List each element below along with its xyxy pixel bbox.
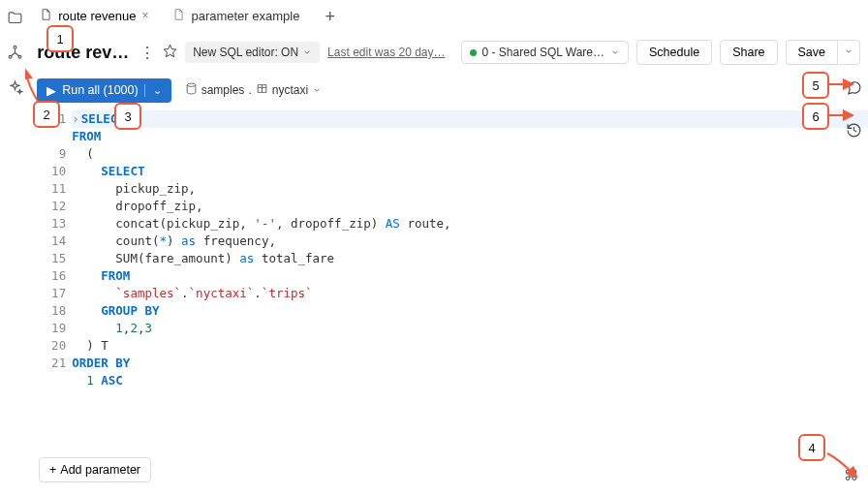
run-all-button[interactable]: ▶ Run all (1000) ⌄ [37,78,171,103]
add-parameter-button[interactable]: + Add parameter [39,457,151,482]
chevron-down-icon[interactable]: ⌄ [144,84,162,97]
catalog-context-selector[interactable]: samples . nyctaxi [185,82,322,98]
database-icon [185,82,198,98]
fold-icon[interactable]: › [72,111,79,126]
keyboard-shortcuts-icon[interactable]: ⌘ [844,467,858,484]
status-dot-green-icon [470,49,477,56]
schedule-button[interactable]: Schedule [636,40,712,65]
folder-icon[interactable] [7,10,23,29]
share-button[interactable]: Share [720,40,777,65]
sql-file-icon [171,8,185,24]
tabs-row: route revenue × parameter example + [29,0,868,33]
sql-editor[interactable]: 1 9 10 11 12 13 14 15 16 17 18 19 20 21 [29,108,868,496]
table-icon [256,82,268,98]
schema-outline-icon[interactable] [7,45,23,64]
play-icon: ▶ [46,83,56,98]
tab-parameter-example[interactable]: parameter example [162,4,309,30]
toolbar-row: ▶ Run all (1000) ⌄ samples . nyctaxi [29,72,868,108]
bottom-left: + Add parameter [39,457,151,482]
right-rail [846,79,862,141]
warehouse-selector[interactable]: 0 - Shared SQL Ware… [461,41,630,64]
main-area: route revenue × parameter example + rout… [29,0,868,496]
tab-label: route revenue [58,9,136,23]
history-icon[interactable] [846,122,862,141]
sql-file-icon [39,8,52,24]
page-title: route reve… [37,43,132,63]
editor-wrap: 1 9 10 11 12 13 14 15 16 17 18 19 20 21 [29,108,868,496]
svg-point-0 [14,46,16,48]
last-edit-link[interactable]: Last edit was 20 day… [327,46,445,59]
add-tab-button[interactable]: + [313,7,347,27]
save-button[interactable]: Save [786,40,838,65]
plus-icon: + [49,463,56,477]
code-body[interactable]: ›SELECT FROM ( SELECT pickup_zip, dropof… [72,110,868,496]
sparkle-icon[interactable] [7,79,23,99]
kebab-menu[interactable]: ⋮ [140,44,155,62]
comments-icon[interactable] [846,79,862,99]
tab-label: parameter example [191,9,299,23]
header-row: route reve… ⋮ New SQL editor: ON Last ed… [29,33,868,72]
chevron-down-icon [610,47,620,57]
chevron-down-icon [302,47,312,57]
line-gutter: 1 9 10 11 12 13 14 15 16 17 18 19 20 21 [29,110,72,496]
svg-point-4 [187,83,196,86]
close-icon[interactable]: × [141,9,148,22]
save-button-group: Save [786,40,861,65]
new-sql-editor-toggle[interactable]: New SQL editor: ON [185,42,320,63]
chevron-down-icon [844,46,853,56]
chevron-down-icon [312,85,322,95]
favorite-star-icon[interactable] [163,44,177,61]
left-rail [0,0,29,496]
save-dropdown-button[interactable] [837,40,860,65]
tab-route-revenue[interactable]: route revenue × [29,4,158,30]
svg-marker-3 [164,45,176,57]
